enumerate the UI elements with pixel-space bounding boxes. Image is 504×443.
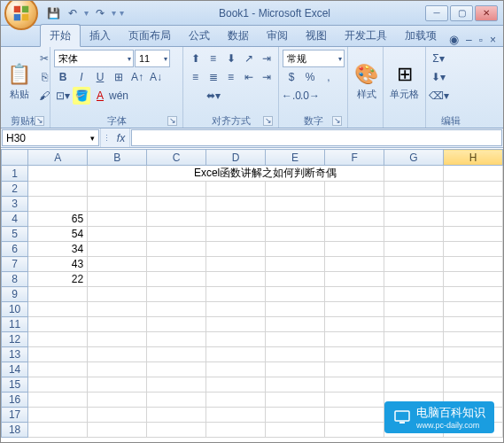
- cell-E18[interactable]: [266, 423, 325, 438]
- cell-E10[interactable]: [266, 302, 325, 317]
- row-header-18[interactable]: 18: [2, 423, 28, 438]
- cell-A9[interactable]: [28, 287, 88, 302]
- cell-A7[interactable]: 43: [28, 257, 88, 272]
- tab-data[interactable]: 数据: [219, 25, 258, 46]
- cell-F5[interactable]: [325, 227, 384, 242]
- shrink-font-button[interactable]: A↓: [147, 68, 165, 86]
- tab-home[interactable]: 开始: [40, 24, 81, 47]
- currency-button[interactable]: $: [283, 68, 300, 86]
- cell-H14[interactable]: [444, 362, 503, 377]
- cell-C13[interactable]: [147, 347, 206, 362]
- phonetic-button[interactable]: wén: [110, 87, 128, 105]
- redo-icon[interactable]: ↷: [92, 5, 108, 21]
- cell-F18[interactable]: [325, 423, 384, 438]
- cell-E11[interactable]: [266, 317, 325, 332]
- cell-B11[interactable]: [88, 317, 147, 332]
- cell-A15[interactable]: [28, 377, 88, 392]
- cell-D10[interactable]: [206, 302, 266, 317]
- align-middle-button[interactable]: ≡: [205, 50, 221, 67]
- border-dropdown[interactable]: ⊡▾: [54, 87, 72, 105]
- cell-F3[interactable]: [325, 197, 384, 212]
- cell-E7[interactable]: [266, 257, 325, 272]
- cell-B5[interactable]: [88, 227, 147, 242]
- mdi-close-button[interactable]: ×: [490, 34, 496, 46]
- cell-E6[interactable]: [266, 242, 325, 257]
- number-format-combo[interactable]: 常规▾: [283, 50, 345, 67]
- cell-E16[interactable]: [266, 392, 325, 408]
- cell-C16[interactable]: [147, 392, 206, 408]
- cell-C10[interactable]: [147, 302, 206, 317]
- cell-G15[interactable]: [384, 377, 444, 392]
- cell-A5[interactable]: 54: [28, 227, 88, 242]
- font-name-combo[interactable]: 宋体▾: [54, 50, 134, 67]
- cell-C5[interactable]: [147, 227, 206, 242]
- font-launcher-icon[interactable]: ↘: [167, 116, 177, 126]
- cell-D8[interactable]: [206, 272, 266, 287]
- merge-center-button[interactable]: ⬌▾: [187, 87, 240, 105]
- decrease-decimal-button[interactable]: .0→: [301, 87, 319, 105]
- align-launcher-icon[interactable]: ↘: [263, 116, 273, 126]
- font-size-combo[interactable]: 11▾: [135, 50, 170, 67]
- cell-G7[interactable]: [384, 257, 444, 272]
- cell-E12[interactable]: [266, 332, 325, 347]
- cell-D17[interactable]: [206, 408, 266, 423]
- percent-button[interactable]: %: [301, 68, 319, 86]
- cell-C14[interactable]: [147, 362, 206, 377]
- orientation-button[interactable]: ↗: [240, 50, 257, 67]
- cell-C7[interactable]: [147, 257, 206, 272]
- cell-E8[interactable]: [266, 272, 325, 287]
- cell-G11[interactable]: [384, 317, 444, 332]
- cell-H9[interactable]: [444, 287, 503, 302]
- cell-styles-button[interactable]: 🎨 样式: [352, 50, 381, 113]
- tab-developer[interactable]: 开发工具: [336, 25, 396, 46]
- tab-formulas[interactable]: 公式: [180, 25, 219, 46]
- align-right-button[interactable]: ≡: [222, 68, 239, 86]
- cell-B10[interactable]: [88, 302, 147, 317]
- cell-A13[interactable]: [28, 347, 88, 362]
- tab-view[interactable]: 视图: [297, 25, 336, 46]
- row-header-5[interactable]: 5: [2, 227, 28, 242]
- minimize-button[interactable]: ─: [425, 5, 448, 21]
- paste-button[interactable]: 📋 粘贴: [4, 50, 34, 113]
- fx-button[interactable]: fx: [112, 128, 130, 147]
- fill-button[interactable]: ⬇▾: [430, 68, 447, 86]
- cell-C9[interactable]: [147, 287, 206, 302]
- cell-B14[interactable]: [88, 362, 147, 377]
- cell-F17[interactable]: [325, 408, 384, 423]
- grow-font-button[interactable]: A↑: [128, 68, 146, 86]
- select-all-corner[interactable]: [2, 150, 28, 166]
- cell-D14[interactable]: [206, 362, 266, 377]
- cell-H13[interactable]: [444, 347, 503, 362]
- cell-A14[interactable]: [28, 362, 88, 377]
- cell-H3[interactable]: [444, 197, 503, 212]
- cell-B16[interactable]: [88, 392, 147, 408]
- cell-A3[interactable]: [28, 197, 88, 212]
- cell-C12[interactable]: [147, 332, 206, 347]
- row-header-1[interactable]: 1: [2, 166, 28, 182]
- cell-D9[interactable]: [206, 287, 266, 302]
- cell-E4[interactable]: [266, 212, 325, 227]
- cell-F16[interactable]: [325, 392, 384, 408]
- cells-button[interactable]: ⊞ 单元格: [387, 50, 422, 113]
- decrease-indent-button[interactable]: ⇤: [240, 68, 257, 86]
- cell-C1[interactable]: Excel函数讲解之如何判断奇偶: [147, 166, 384, 182]
- office-button[interactable]: [4, 0, 38, 30]
- spreadsheet-grid[interactable]: ABCDEFGH1Excel函数讲解之如何判断奇偶234655546347438…: [1, 149, 503, 442]
- cell-G10[interactable]: [384, 302, 444, 317]
- column-header-H[interactable]: H: [444, 150, 503, 166]
- row-header-7[interactable]: 7: [2, 257, 28, 272]
- cell-A11[interactable]: [28, 317, 88, 332]
- cell-F14[interactable]: [325, 362, 384, 377]
- number-launcher-icon[interactable]: ↘: [332, 116, 342, 126]
- cell-A10[interactable]: [28, 302, 88, 317]
- cell-G4[interactable]: [384, 212, 444, 227]
- cell-G1[interactable]: [384, 166, 444, 182]
- cell-D4[interactable]: [206, 212, 266, 227]
- cell-A12[interactable]: [28, 332, 88, 347]
- column-header-D[interactable]: D: [206, 150, 266, 166]
- mdi-minimize-button[interactable]: –: [466, 34, 472, 46]
- border-button[interactable]: ⊞: [110, 68, 128, 86]
- cell-G2[interactable]: [384, 182, 444, 197]
- cell-A18[interactable]: [28, 423, 88, 438]
- italic-button[interactable]: I: [73, 68, 90, 86]
